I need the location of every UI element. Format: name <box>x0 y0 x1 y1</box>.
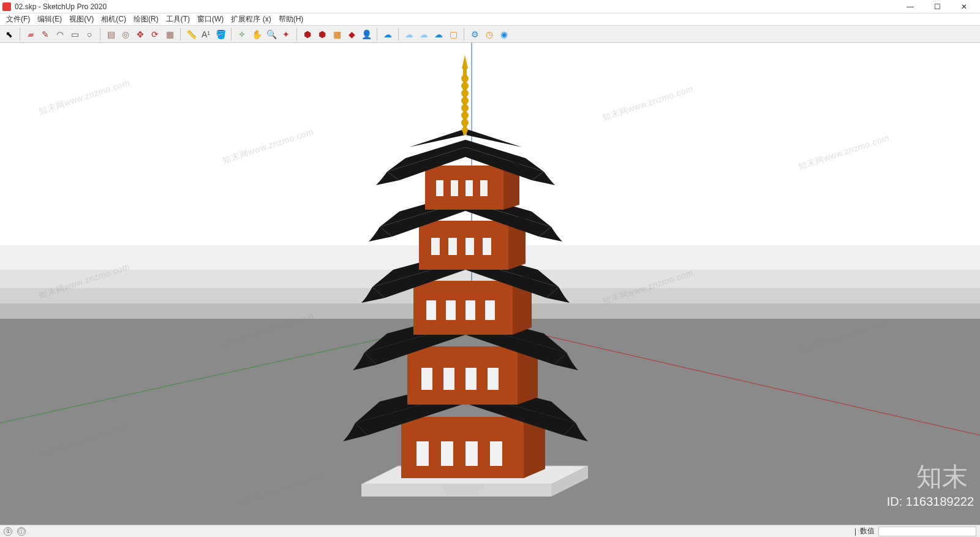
svg-rect-2 <box>446 492 479 495</box>
svg-rect-22 <box>446 300 456 320</box>
toolbar-separator <box>296 28 297 40</box>
status-hint-icon[interactable]: ① <box>4 527 12 536</box>
layout-tool[interactable]: ◆ <box>345 28 358 41</box>
rotate-tool[interactable]: ⟳ <box>148 28 162 41</box>
menu-help[interactable]: 帮助(H) <box>275 13 307 26</box>
ext-manager-tool[interactable]: ▦ <box>330 28 344 41</box>
svg-point-47 <box>461 90 469 97</box>
svg-point-45 <box>461 75 469 82</box>
svg-rect-31 <box>466 238 474 255</box>
svg-rect-21 <box>426 300 436 320</box>
svg-rect-13 <box>421 368 432 390</box>
svg-rect-16 <box>488 368 499 390</box>
pushpull-tool[interactable]: ▤ <box>104 28 118 41</box>
window-title: 02.skp - SketchUp Pro 2020 <box>15 2 897 11</box>
status-divider: | <box>854 527 856 536</box>
menu-window[interactable]: 窗口(W) <box>194 13 227 26</box>
toolbar-separator <box>100 28 100 40</box>
toolbar-separator <box>20 28 20 40</box>
circle-tool[interactable]: ○ <box>83 28 96 41</box>
box-tool[interactable]: ▢ <box>447 28 460 41</box>
chrome-tool[interactable]: ◉ <box>497 28 511 41</box>
status-bar: ① ⓘ | 数值 <box>0 525 980 537</box>
status-info-icon[interactable]: ⓘ <box>17 527 26 536</box>
arc-tool[interactable]: ◠ <box>53 28 67 41</box>
svg-rect-23 <box>466 300 475 320</box>
orbit-tool[interactable]: ✧ <box>235 28 249 41</box>
svg-point-46 <box>461 82 469 90</box>
user-tool[interactable]: 👤 <box>360 28 373 41</box>
status-value-label: 数值 <box>860 526 875 536</box>
menu-file[interactable]: 文件(F) <box>2 13 34 26</box>
svg-rect-14 <box>443 368 454 390</box>
warehouse-tool[interactable]: ⬢ <box>301 28 314 41</box>
zoom-extents-tool[interactable]: ✦ <box>279 28 293 41</box>
cloud3-tool[interactable]: ☁ <box>417 28 431 41</box>
svg-rect-5 <box>417 441 429 466</box>
pagoda-stairs <box>441 484 484 495</box>
svg-rect-24 <box>485 300 495 320</box>
svg-rect-29 <box>431 238 440 255</box>
svg-rect-32 <box>483 238 491 255</box>
scale-tool[interactable]: ▦ <box>163 28 176 41</box>
zoom-tool[interactable]: 🔍 <box>265 28 278 41</box>
svg-rect-30 <box>448 238 457 255</box>
app-icon <box>2 2 11 11</box>
svg-point-50 <box>461 112 469 119</box>
svg-rect-0 <box>441 484 484 488</box>
overlay-id: ID: 1163189222 <box>887 495 974 509</box>
toolbar-separator <box>180 28 181 40</box>
title-bar: 02.skp - SketchUp Pro 2020 — ☐ ✕ <box>0 0 980 13</box>
pan-tool[interactable]: ✋ <box>250 28 263 41</box>
toolbar-separator <box>464 28 464 40</box>
eraser-tool[interactable]: ▰ <box>24 28 37 41</box>
toolbar-separator <box>398 28 399 40</box>
menu-view[interactable]: 视图(V) <box>66 13 97 26</box>
close-button[interactable]: ✕ <box>951 0 978 13</box>
menu-bar: 文件(F) 编辑(E) 视图(V) 相机(C) 绘图(R) 工具(T) 窗口(W… <box>0 13 980 26</box>
svg-rect-6 <box>441 441 453 466</box>
main-toolbar: ⬉▰✎◠▭○▤◎✥⟳▦📏A¹🪣✧✋🔍✦⬢⬢▦◆👤☁☁☁☁▢⚙◷◉ <box>0 26 980 43</box>
cloud4-tool[interactable]: ☁ <box>432 28 445 41</box>
cloud1-tool[interactable]: ☁ <box>381 28 394 41</box>
svg-point-52 <box>462 127 468 133</box>
cloud2-tool[interactable]: ☁ <box>402 28 416 41</box>
menu-tools[interactable]: 工具(T) <box>162 13 194 26</box>
toolbar-separator <box>231 28 232 40</box>
svg-point-48 <box>461 97 469 104</box>
svg-rect-40 <box>480 180 488 196</box>
menu-edit[interactable]: 编辑(E) <box>34 13 66 26</box>
select-tool[interactable]: ⬉ <box>2 28 16 41</box>
maximize-button[interactable]: ☐ <box>924 0 951 13</box>
svg-rect-1 <box>443 488 481 492</box>
offset-tool[interactable]: ◎ <box>119 28 132 41</box>
tape-tool[interactable]: 📏 <box>184 28 198 41</box>
gear2-tool[interactable]: ⚙ <box>468 28 481 41</box>
svg-point-49 <box>461 104 469 112</box>
menu-draw[interactable]: 绘图(R) <box>130 13 162 26</box>
viewport-canvas[interactable] <box>0 43 980 525</box>
svg-rect-39 <box>466 180 473 196</box>
pagoda-finial <box>461 55 469 135</box>
move-tool[interactable]: ✥ <box>134 28 147 41</box>
measurement-input[interactable] <box>878 527 976 536</box>
svg-rect-15 <box>466 368 477 390</box>
svg-rect-37 <box>436 180 443 196</box>
warehouse2-tool[interactable]: ⬢ <box>315 28 329 41</box>
clock-tool[interactable]: ◷ <box>483 28 496 41</box>
rectangle-tool[interactable]: ▭ <box>68 28 81 41</box>
toolbar-separator <box>377 28 377 40</box>
svg-rect-38 <box>451 180 458 196</box>
menu-camera[interactable]: 相机(C) <box>97 13 130 26</box>
svg-rect-8 <box>490 441 502 466</box>
svg-rect-7 <box>466 441 478 466</box>
line-tool[interactable]: ✎ <box>39 28 52 41</box>
menu-ext[interactable]: 扩展程序 (x) <box>227 13 274 26</box>
minimize-button[interactable]: — <box>897 0 924 13</box>
text-tool[interactable]: A¹ <box>199 28 213 41</box>
svg-point-51 <box>461 119 469 126</box>
overlay-logo: 知末 <box>916 460 968 494</box>
model-viewport[interactable]: 知末网www.znzmo.com 知末网www.znzmo.com 知末网www… <box>0 43 980 525</box>
paint-tool[interactable]: 🪣 <box>214 28 227 41</box>
